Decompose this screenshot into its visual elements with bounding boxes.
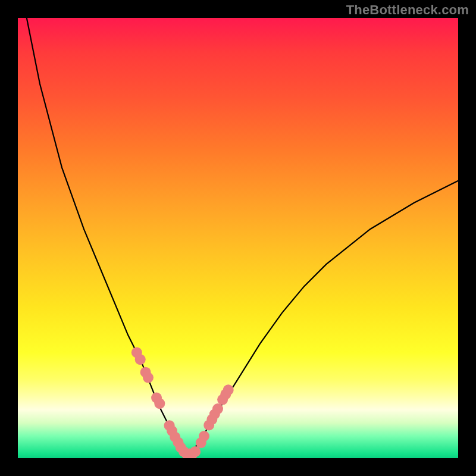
watermark-text: TheBottleneck.com	[346, 2, 469, 18]
highlight-marker	[143, 372, 154, 383]
highlight-marker	[154, 398, 165, 409]
highlight-marker	[190, 446, 201, 457]
highlight-marker	[212, 403, 223, 414]
highlight-marker	[135, 354, 146, 365]
bottleneck-curve	[27, 18, 458, 454]
highlight-marker	[223, 384, 234, 395]
highlight-markers-group	[131, 347, 234, 458]
chart-svg	[18, 18, 458, 458]
highlight-marker	[199, 431, 209, 441]
